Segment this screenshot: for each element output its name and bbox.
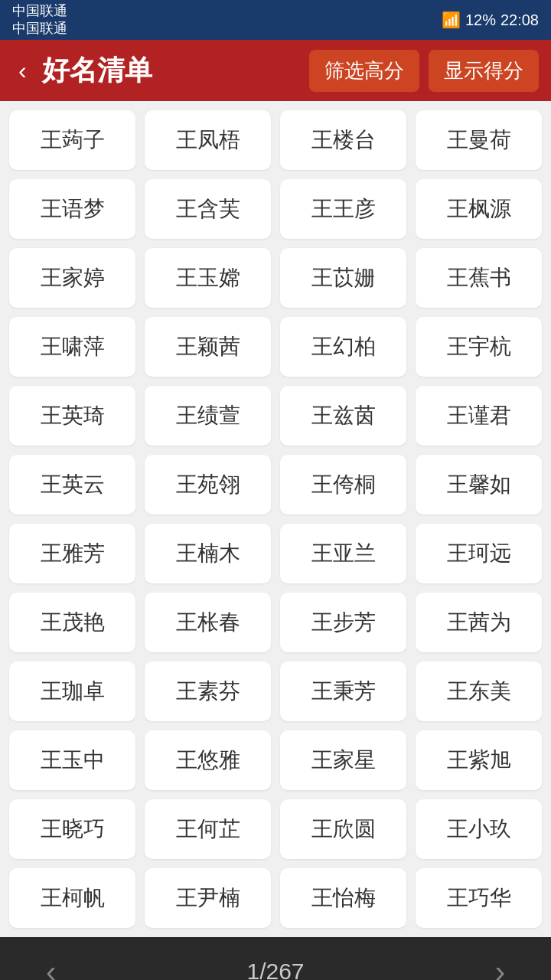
bottom-navigation: ‹ 1/267 › [0, 937, 551, 980]
name-card[interactable]: 王曼荷 [416, 110, 542, 170]
name-card[interactable]: 王苑翎 [145, 455, 271, 514]
name-card[interactable]: 王楼台 [280, 110, 406, 170]
name-card[interactable]: 王步芳 [280, 593, 406, 652]
names-grid: 王蒟子王凤梧王楼台王曼荷王语梦王含芙王王彦王枫源王家婷王玉嫦王苡姗王蕉书王啸萍王… [9, 110, 542, 928]
name-card[interactable]: 王宇杭 [416, 317, 542, 377]
name-card[interactable]: 王兹茵 [280, 386, 406, 446]
carrier2: 中国联通 [12, 20, 67, 38]
back-button[interactable]: ‹ [12, 51, 33, 91]
name-card[interactable]: 王英云 [9, 455, 135, 514]
name-card[interactable]: 王雅芳 [9, 524, 135, 583]
name-card[interactable]: 王语梦 [9, 179, 135, 239]
name-card[interactable]: 王欣圆 [280, 799, 406, 859]
name-card[interactable]: 王幻柏 [280, 317, 406, 377]
name-card[interactable]: 王柯帆 [9, 868, 135, 928]
name-card[interactable]: 王玉中 [9, 730, 135, 790]
name-card[interactable]: 王枨春 [145, 593, 271, 652]
name-card[interactable]: 王茂艳 [9, 593, 135, 652]
name-card[interactable]: 王晓巧 [9, 799, 135, 859]
header: ‹ 好名清单 筛选高分 显示得分 [0, 40, 551, 101]
signal-icon: 📶 [442, 11, 461, 29]
name-card[interactable]: 王素芬 [145, 662, 271, 721]
name-card[interactable]: 王凤梧 [145, 110, 271, 170]
name-card[interactable]: 王何芷 [145, 799, 271, 859]
name-card[interactable]: 王东美 [416, 662, 542, 721]
name-card[interactable]: 王英琦 [9, 386, 135, 446]
page-indicator: 1/267 [246, 959, 304, 980]
name-card[interactable]: 王侉桐 [280, 455, 406, 514]
name-card[interactable]: 王悠雅 [145, 730, 271, 790]
name-card[interactable]: 王巧华 [416, 868, 542, 928]
name-card[interactable]: 王绩萱 [145, 386, 271, 446]
name-card[interactable]: 王含芙 [145, 179, 271, 239]
prev-page-button[interactable]: ‹ [23, 947, 79, 981]
name-card[interactable]: 王馨如 [416, 455, 542, 514]
next-page-button[interactable]: › [472, 947, 528, 981]
status-right: 📶 12% 22:08 [442, 11, 539, 29]
carrier-info: 中国联通 中国联通 [12, 2, 67, 38]
name-card[interactable]: 王家星 [280, 730, 406, 790]
name-card[interactable]: 王家婷 [9, 248, 135, 308]
name-card[interactable]: 王谨君 [416, 386, 542, 446]
name-card[interactable]: 王枫源 [416, 179, 542, 239]
name-card[interactable]: 王楠木 [145, 524, 271, 583]
carrier1: 中国联通 [12, 2, 67, 20]
name-card[interactable]: 王秉芳 [280, 662, 406, 721]
name-card[interactable]: 王亚兰 [280, 524, 406, 583]
status-bar: 中国联通 中国联通 📶 12% 22:08 [0, 0, 551, 40]
name-card[interactable]: 王玉嫦 [145, 248, 271, 308]
time-display: 22:08 [500, 11, 539, 29]
name-card[interactable]: 王珂远 [416, 524, 542, 583]
name-card[interactable]: 王苡姗 [280, 248, 406, 308]
page-title: 好名清单 [42, 52, 300, 90]
name-card[interactable]: 王蕉书 [416, 248, 542, 308]
name-card[interactable]: 王小玖 [416, 799, 542, 859]
name-card[interactable]: 王茜为 [416, 593, 542, 652]
filter-high-score-button[interactable]: 筛选高分 [309, 50, 419, 92]
name-card[interactable]: 王怡梅 [280, 868, 406, 928]
name-card[interactable]: 王紫旭 [416, 730, 542, 790]
name-card[interactable]: 王蒟子 [9, 110, 135, 170]
name-card[interactable]: 王珈卓 [9, 662, 135, 721]
battery-text: 12% [465, 11, 496, 29]
names-list: 王蒟子王凤梧王楼台王曼荷王语梦王含芙王王彦王枫源王家婷王玉嫦王苡姗王蕉书王啸萍王… [0, 101, 551, 937]
name-card[interactable]: 王颖茜 [145, 317, 271, 377]
show-score-button[interactable]: 显示得分 [429, 50, 539, 92]
name-card[interactable]: 王王彦 [280, 179, 406, 239]
name-card[interactable]: 王尹楠 [145, 868, 271, 928]
name-card[interactable]: 王啸萍 [9, 317, 135, 377]
